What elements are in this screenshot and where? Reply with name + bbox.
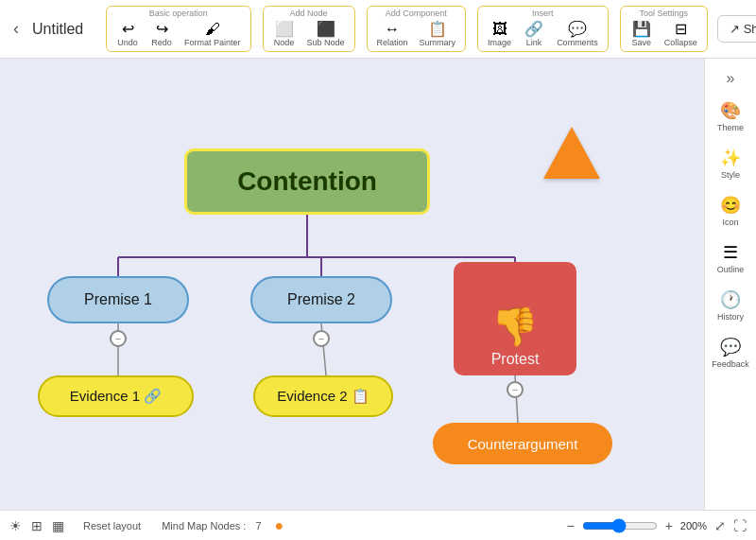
format-painter-icon: 🖌 bbox=[205, 22, 220, 37]
redo-label: Redo bbox=[151, 38, 172, 47]
redo-icon: ↪ bbox=[156, 22, 168, 37]
toolbar-group-insert: Insert 🖼 Image 🔗 Link 💬 Comments bbox=[477, 6, 609, 52]
image-icon: 🖼 bbox=[492, 22, 507, 37]
collapse-premise2[interactable]: − bbox=[313, 330, 330, 347]
group-items-addnode: ⬜ Node ⬛ Sub Node bbox=[269, 20, 349, 49]
group-label-addnode: Add Node bbox=[290, 9, 328, 18]
share-export-area: ↗ Share 📤 Export bbox=[717, 15, 756, 43]
bottom-bar: ☀ ⊞ ▦ Reset layout Mind Map Nodes : 7 ● … bbox=[0, 510, 756, 540]
page-title: Untitled bbox=[32, 21, 89, 38]
node-evidence1[interactable]: Evidence 1 🔗 bbox=[38, 375, 194, 417]
node-premise1[interactable]: Premise 1 bbox=[47, 276, 189, 323]
share-button[interactable]: ↗ Share bbox=[717, 15, 756, 43]
collapse-protest[interactable]: − bbox=[507, 381, 524, 398]
collapse-button[interactable]: ⊟ Collapse bbox=[661, 20, 701, 49]
group-items-toolsettings: 💾 Save ⊟ Collapse bbox=[627, 20, 701, 49]
relation-icon: ↔ bbox=[385, 22, 400, 37]
back-button[interactable]: ‹ bbox=[8, 15, 25, 43]
protest-icon: 👎 bbox=[491, 305, 539, 349]
history-icon: 🕐 bbox=[720, 289, 741, 310]
icon-label: Icon bbox=[722, 218, 738, 227]
premise1-label: Premise 1 bbox=[84, 291, 152, 308]
group-items-insert: 🖼 Image 🔗 Link 💬 Comments bbox=[484, 20, 602, 49]
outline-panel-item[interactable]: ☰ Outline bbox=[708, 236, 753, 280]
history-label: History bbox=[717, 312, 744, 322]
right-panel: » 🎨 Theme ✨ Style 😊 Icon ☰ Outline 🕐 His… bbox=[704, 59, 756, 510]
reset-layout-label[interactable]: Reset layout bbox=[83, 520, 141, 531]
share-icon: ↗ bbox=[730, 22, 740, 36]
premise2-label: Premise 2 bbox=[287, 291, 355, 308]
toolbar-group-addnode: Add Node ⬜ Node ⬛ Sub Node bbox=[263, 6, 355, 52]
undo-icon: ↩ bbox=[122, 22, 134, 37]
summary-button[interactable]: 📋 Summary bbox=[416, 20, 460, 49]
zoom-slider[interactable] bbox=[582, 518, 658, 533]
contention-label: Contention bbox=[237, 166, 377, 197]
toolbar-group-toolsettings: Tool Settings 💾 Save ⊟ Collapse bbox=[620, 6, 708, 52]
group-label-basic: Basic operation bbox=[149, 9, 208, 18]
relation-button[interactable]: ↔ Relation bbox=[373, 20, 412, 49]
node-icon: ⬜ bbox=[275, 22, 294, 37]
protest-label: Protest bbox=[491, 351, 540, 368]
outline-label: Outline bbox=[717, 265, 745, 274]
evidence1-label: Evidence 1 🔗 bbox=[70, 388, 162, 405]
comments-icon: 💬 bbox=[568, 22, 587, 37]
nodes-dot: ● bbox=[275, 517, 284, 534]
sun-icon[interactable]: ☀ bbox=[9, 518, 22, 533]
icon-icon: 😊 bbox=[720, 195, 741, 216]
style-panel-item[interactable]: ✨ Style bbox=[708, 142, 753, 185]
undo-label: Undo bbox=[117, 38, 138, 47]
share-label: Share bbox=[744, 22, 756, 36]
node-button[interactable]: ⬜ Node bbox=[269, 20, 300, 49]
zoom-plus-icon[interactable]: + bbox=[665, 518, 673, 533]
sub-node-button[interactable]: ⬛ Sub Node bbox=[303, 20, 349, 49]
layout-icon[interactable]: ▦ bbox=[52, 518, 64, 533]
arrow-up-indicator bbox=[543, 127, 600, 179]
history-panel-item[interactable]: 🕐 History bbox=[708, 284, 753, 327]
group-label-toolsettings: Tool Settings bbox=[639, 9, 688, 18]
collapse-premise1[interactable]: − bbox=[110, 330, 127, 347]
canvas[interactable]: Contention Premise 1 − Premise 2 − 👎 Pro… bbox=[0, 59, 704, 510]
style-label: Style bbox=[721, 170, 740, 180]
group-items-addcomponent: ↔ Relation 📋 Summary bbox=[373, 20, 460, 49]
grid-icon[interactable]: ⊞ bbox=[31, 518, 43, 533]
theme-panel-item[interactable]: 🎨 Theme bbox=[708, 95, 753, 138]
link-icon: 🔗 bbox=[524, 22, 543, 37]
link-button[interactable]: 🔗 Link bbox=[519, 20, 549, 49]
save-icon: 💾 bbox=[632, 22, 651, 37]
fullscreen-icon[interactable]: ⛶ bbox=[733, 518, 747, 533]
node-counterargument[interactable]: Counterargument bbox=[433, 423, 612, 464]
image-button[interactable]: 🖼 Image bbox=[484, 20, 515, 49]
toolbar-group-basic: Basic operation ↩ Undo ↪ Redo 🖌 Format P… bbox=[106, 6, 251, 52]
outline-icon: ☰ bbox=[723, 242, 738, 263]
undo-button[interactable]: ↩ Undo bbox=[112, 20, 143, 49]
feedback-panel-item[interactable]: 💬 Feedback bbox=[708, 331, 753, 375]
group-label-insert: Insert bbox=[532, 9, 554, 18]
nodes-count: 7 bbox=[255, 520, 261, 531]
fit-icon[interactable]: ⤢ bbox=[714, 518, 726, 533]
collapse-icon: ⊟ bbox=[675, 22, 687, 37]
nodes-label: Mind Map Nodes : bbox=[162, 520, 246, 531]
sub-node-icon: ⬛ bbox=[317, 22, 335, 37]
redo-button[interactable]: ↪ Redo bbox=[146, 20, 177, 49]
save-button[interactable]: 💾 Save bbox=[627, 20, 657, 49]
icon-panel-item[interactable]: 😊 Icon bbox=[708, 189, 753, 233]
summary-icon: 📋 bbox=[428, 22, 447, 37]
zoom-minus-icon[interactable]: − bbox=[566, 518, 574, 533]
feedback-icon: 💬 bbox=[720, 337, 741, 357]
node-evidence2[interactable]: Evidence 2 📋 bbox=[253, 375, 393, 417]
format-painter-label: Format Painter bbox=[184, 38, 241, 47]
node-protest[interactable]: 👎 Protest bbox=[454, 262, 576, 375]
format-painter-button[interactable]: 🖌 Format Painter bbox=[180, 20, 245, 49]
evidence2-label: Evidence 2 📋 bbox=[277, 388, 369, 405]
toolbar-group-addcomponent: Add Component ↔ Relation 📋 Summary bbox=[367, 6, 467, 52]
zoom-level: 200% bbox=[680, 520, 707, 531]
panel-collapse-button[interactable]: » bbox=[723, 66, 739, 91]
toolbar-header: ‹ Untitled Basic operation ↩ Undo ↪ Redo… bbox=[0, 0, 756, 59]
node-contention[interactable]: Contention bbox=[184, 148, 430, 215]
comments-button[interactable]: 💬 Comments bbox=[553, 20, 602, 49]
counterargument-label: Counterargument bbox=[468, 436, 578, 452]
node-premise2[interactable]: Premise 2 bbox=[250, 276, 392, 323]
group-label-addcomponent: Add Component bbox=[386, 9, 447, 18]
style-icon: ✨ bbox=[720, 148, 741, 168]
theme-icon: 🎨 bbox=[720, 100, 741, 121]
